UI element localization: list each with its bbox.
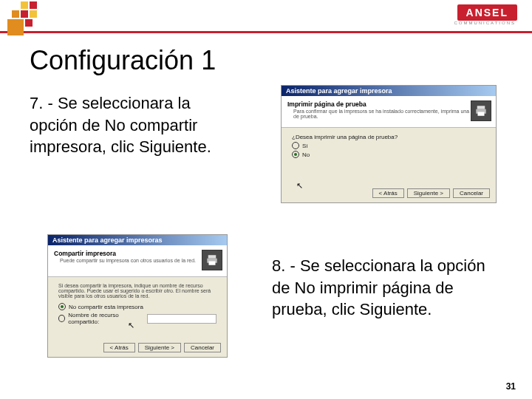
radio-no-share[interactable]: No compartir esta impresora: [58, 303, 216, 310]
brand-logo: ANSEL: [457, 4, 517, 21]
wizard-a-buttons: < Atrás Siguiente > Cancelar: [372, 188, 490, 198]
wizard-b-header: Compartir impresora Puede compartir su i…: [48, 245, 227, 277]
wizard-a-body: ¿Desea imprimir una página de prueba? Sí…: [282, 128, 496, 166]
step-7-text: 7. - Se seleccionara la opción de No com…: [30, 92, 236, 158]
radio-yes-label: Sí: [302, 143, 308, 149]
cursor-icon: ↖: [296, 181, 303, 191]
page-number: 31: [506, 381, 516, 392]
wizard-a-title: Asistente para agregar impresora: [282, 86, 496, 96]
svg-rect-3: [208, 255, 216, 259]
radio-share-name[interactable]: Nombre de recurso compartido:: [58, 312, 216, 325]
radio-icon-selected: [58, 303, 66, 310]
radio-yes[interactable]: Sí: [292, 142, 485, 149]
wizard-a-head-sub: Para confirmar que la impresora se ha in…: [293, 109, 490, 119]
page-title: Configuración 1: [30, 45, 532, 76]
wizard-b-desc: Si desea compartir la impresora, indique…: [58, 283, 216, 299]
wizard-a-question: ¿Desea imprimir una página de prueba?: [292, 134, 485, 140]
radio-no-share-label: No compartir esta impresora: [69, 304, 143, 310]
brand-subtitle: COMMUNICATIONS: [454, 21, 516, 25]
wizard-b-title: Asistente para agregar impresoras: [48, 235, 227, 245]
radio-icon-selected: [292, 151, 299, 158]
radio-icon: [292, 142, 299, 149]
wizard-b-head-sub: Puede compartir su impresora con otros u…: [60, 258, 221, 263]
slide-header: ANSEL COMMUNICATIONS: [0, 0, 532, 33]
cursor-icon: ↖: [128, 321, 134, 330]
printer-icon: [471, 100, 491, 121]
wizard-a-head-title: Imprimir página de prueba: [287, 100, 490, 108]
next-button[interactable]: Siguiente >: [407, 188, 450, 198]
share-name-input[interactable]: [147, 314, 216, 324]
radio-icon: [58, 315, 65, 322]
svg-rect-0: [477, 106, 485, 109]
back-button[interactable]: < Atrás: [103, 343, 135, 352]
wizard-b-head-title: Compartir impresora: [54, 250, 221, 257]
wizard-b-buttons: < Atrás Siguiente > Cancelar: [103, 343, 221, 352]
wizard-share-printer: Asistente para agregar impresoras Compar…: [47, 234, 228, 358]
next-button[interactable]: Siguiente >: [138, 343, 181, 352]
wizard-b-body: Si desea compartir la impresora, indique…: [48, 277, 227, 332]
wizard-a-header: Imprimir página de prueba Para confirmar…: [282, 96, 496, 128]
cancel-button[interactable]: Cancelar: [453, 188, 490, 198]
radio-no[interactable]: No: [292, 151, 485, 158]
cancel-button[interactable]: Cancelar: [184, 343, 221, 352]
wizard-print-test-page: Asistente para agregar impresora Imprimi…: [281, 85, 497, 203]
radio-no-label: No: [302, 151, 310, 158]
printer-icon: [202, 250, 222, 270]
svg-rect-2: [478, 112, 485, 116]
step-8-text: 8. - Se seleccionara la opción de No imp…: [272, 255, 494, 321]
svg-rect-5: [209, 262, 216, 265]
back-button[interactable]: < Atrás: [372, 188, 404, 198]
